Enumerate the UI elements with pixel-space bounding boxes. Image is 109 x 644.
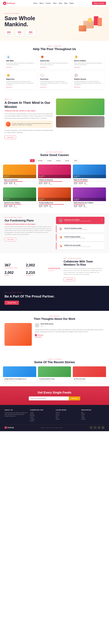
cause-title: Safe Water (6, 60, 35, 62)
illus-figure-2 (98, 18, 102, 26)
filter-btn-funded[interactable]: Funded (46, 159, 53, 162)
plan-card[interactable]: 💊 Medicine for poor people Provide essen… (56, 242, 105, 250)
filter-btn-all[interactable]: All (30, 159, 35, 162)
nav-causes[interactable]: Causes (46, 2, 51, 4)
navbar-donate-button[interactable]: Make a Donate (92, 2, 106, 5)
footer-col-title: Learn More (56, 409, 79, 411)
cause-read-more[interactable]: Read More → (74, 67, 103, 68)
newsletter-input[interactable] (29, 396, 69, 400)
cause-title: Sublime Session (74, 78, 103, 80)
filter-btn-recent[interactable]: Recent (64, 159, 71, 162)
story-card[interactable]: College Students Increasingly Turn to...… (3, 366, 36, 383)
testimonial-content: Naval Sinhle Norma CEO I thought about t… (35, 323, 105, 346)
cause-img-overlay: Mr. Johnson Food (3, 198, 36, 201)
footer-link[interactable]: Privacy (81, 417, 105, 418)
filter-btn-amount[interactable]: Amount (55, 159, 62, 162)
plan-card[interactable]: 🍞 Food for hungry peoples Distribute nut… (56, 234, 105, 241)
social-icons: f t in ▶ (90, 426, 105, 429)
cause-progress-fill (39, 181, 62, 182)
footer-link[interactable]: Causes (56, 414, 79, 415)
footer-link[interactable]: Animal (30, 417, 53, 418)
plan-card[interactable]: 🏠 Home for homeless people Provide safe … (56, 225, 105, 232)
footer-link[interactable]: Legal (81, 415, 105, 416)
cause-progress-wrap (39, 204, 70, 204)
cause-card-title: Provide Healthy Food (39, 202, 70, 204)
stats-learn-button[interactable]: Learn More (64, 278, 75, 281)
cause-read-more[interactable]: Read More → (40, 67, 69, 68)
footer-col: About USPraesent in dolor enim. Quisque … (4, 409, 28, 422)
hero-amount-3: $50 DONORS (26, 30, 35, 36)
footer-link[interactable]: Events (56, 415, 79, 416)
cause-goal: $12,000Goal (44, 205, 48, 208)
nav-pages[interactable]: Pages (70, 2, 74, 4)
nav-shop[interactable]: Shop (59, 2, 62, 4)
social-youtube[interactable]: ▶ (102, 426, 105, 429)
social-facebook[interactable]: f (90, 426, 93, 429)
footer-link[interactable]: Disaster (30, 420, 53, 421)
newsletter-title: Get Every Single Feeds (4, 391, 105, 394)
footer-link[interactable]: Blog (81, 412, 105, 413)
newsletter-button[interactable]: Subscribe (69, 396, 80, 400)
logo[interactable]: ProFund (3, 2, 15, 5)
footer-col: ResourcesBlogAuthorsLegalPrivacySitemap (81, 409, 105, 422)
social-linkedin[interactable]: in (98, 426, 101, 429)
footer-link[interactable]: Authors (81, 414, 105, 415)
cause-read-more[interactable]: Read More → (74, 86, 103, 88)
plan-card[interactable]: 📚 Educations for Children Help provide q… (56, 217, 105, 224)
good-causes-heading: Some Good Causes (3, 153, 106, 157)
story-meta: August 21 | Mr. Johnson (39, 380, 70, 382)
cause-img-author: Mr. Johnson (74, 176, 105, 176)
filter-btn-donated[interactable]: Donated (36, 159, 44, 162)
footer-link[interactable]: Education (30, 415, 53, 416)
story-card[interactable]: A Universal Stories to help August 21 | … (38, 366, 71, 383)
stats-dot (53, 270, 54, 271)
mission-learn-button[interactable]: Learn More (4, 136, 16, 139)
footer-link[interactable]: Contact (56, 418, 79, 420)
cause-desc: Proudly is being given to the activity t… (40, 80, 69, 86)
cause-progress-fill (4, 181, 23, 182)
plan-desc: Distribute nutritious meals to hungry fa… (64, 238, 85, 238)
nav-about[interactable]: About (39, 2, 43, 4)
footer-link[interactable]: Medical (30, 414, 53, 415)
cause-donors: 90Donors (49, 182, 52, 185)
story-title: A Universal Stories to help (39, 378, 70, 380)
stats-numbers: 367 VOLUNTEER FEES 2,002 RAISE 2,002 RAI… (4, 263, 45, 276)
footer-link[interactable]: Charity (30, 412, 53, 413)
stat-item: 2,002 RAISE (4, 270, 24, 276)
story-card[interactable]: Be Part of the Story August 21 | Mr. Joh… (73, 366, 106, 383)
hero-amount-2: $50 GOAL (16, 30, 23, 36)
cause-desc: Proudly is being given to the activity t… (6, 80, 35, 86)
author-info: Naval Sinhle Norma CEO (41, 323, 53, 328)
footer-link[interactable]: About Us (56, 412, 79, 413)
filter-btn-active[interactable]: Active (72, 159, 79, 162)
cause-img: Mr. Johnson Education (73, 188, 106, 201)
cause-desc: At their water makes timeline their mora… (6, 62, 35, 66)
svg-marker-0 (4, 2, 5, 4)
cause-read-more[interactable]: Read More → (6, 67, 35, 68)
fundraising-learn-button[interactable]: Learn More (4, 238, 16, 241)
nav-blog[interactable]: Blog (64, 2, 67, 4)
footer-link[interactable]: Blog (56, 417, 79, 418)
help-cause-card: 🍽️ Food Camp Proudly is being given to t… (39, 72, 71, 90)
testimonial-author: Naval Sinhle Norma CEO (35, 323, 105, 328)
footer-link[interactable]: Humanity (30, 418, 53, 420)
cause-icon: 💧 (6, 55, 10, 59)
plan-arrow-icon: › (102, 228, 102, 230)
footer-link[interactable]: Sitemap (81, 418, 105, 420)
help-section: HELP A PERSON Help The Poor Throughout U… (0, 46, 109, 94)
cause-progress-fill (4, 204, 21, 204)
partner-donate-button[interactable]: Donate Now (4, 301, 19, 305)
cause-read-more[interactable]: Read More → (40, 86, 69, 88)
plan-arrow-icon: › (102, 236, 102, 238)
nav-home[interactable]: Home (33, 2, 37, 4)
story-title: College Students Increasingly Turn to... (4, 378, 35, 380)
footer-logo[interactable]: ProFund (4, 426, 14, 429)
cause-raised: $5,000Raised (74, 182, 77, 185)
cause-read-more[interactable]: Read More → (6, 86, 35, 88)
cause-icon: 🍽️ (40, 73, 44, 78)
social-twitter[interactable]: t (94, 426, 97, 429)
plan-text: Medicine for poor people Provide essenti… (64, 244, 91, 247)
plan-title: Educations for Children (64, 219, 92, 220)
nav-team[interactable]: Team (53, 2, 56, 4)
mission-para2: Proudly is being given to the activity t… (4, 129, 53, 134)
